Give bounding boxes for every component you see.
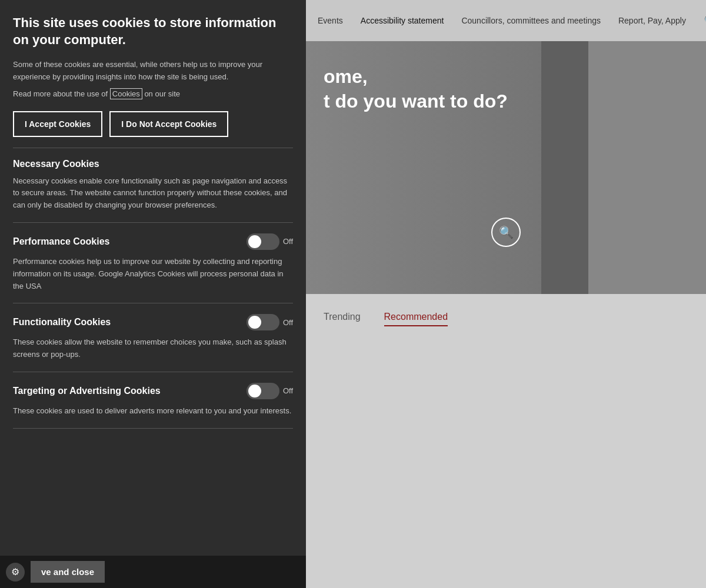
tab-trending[interactable]: Trending — [324, 312, 361, 326]
cookie-buttons: I Accept Cookies I Do Not Accept Cookies — [13, 111, 293, 137]
performance-toggle[interactable]: Off — [247, 233, 293, 250]
necessary-cookies-desc: Necessary cookies enable core functional… — [13, 175, 293, 212]
site-header: Events Accessibility statement Councillo… — [306, 0, 706, 41]
search-icon[interactable]: 🔍 — [704, 14, 706, 27]
divider-1 — [13, 148, 293, 148]
performance-toggle-track — [247, 233, 279, 250]
divider-3 — [13, 303, 293, 303]
nav-councillors[interactable]: Councillors, committees and meetings — [461, 16, 601, 25]
functionality-cookies-title: Functionality Cookies — [13, 317, 111, 328]
hero-area: ome, t do you want to do? 🔍 — [306, 41, 706, 294]
performance-cookies-title: Performance Cookies — [13, 236, 110, 247]
targeting-cookies-desc: These cookies are used to deliver advert… — [13, 405, 293, 417]
hero-search-icon[interactable]: 🔍 — [491, 218, 521, 247]
divider-5 — [13, 428, 293, 429]
cookie-title: This site uses cookies to store informat… — [13, 15, 293, 48]
performance-toggle-label: Off — [283, 237, 293, 246]
hero-text: ome, t do you want to do? — [324, 65, 688, 113]
targeting-toggle-track — [247, 383, 279, 399]
content-tabs: Trending Recommended — [324, 312, 688, 326]
necessary-cookies-title: Necessary Cookies — [13, 159, 293, 169]
targeting-toggle[interactable]: Off — [247, 383, 293, 399]
functionality-toggle-thumb — [248, 316, 261, 329]
hero-search[interactable]: 🔍 — [491, 218, 521, 247]
targeting-toggle-thumb — [248, 385, 261, 397]
functionality-toggle[interactable]: Off — [247, 314, 293, 330]
reject-cookies-button[interactable]: I Do Not Accept Cookies — [109, 111, 228, 137]
nav-accessibility[interactable]: Accessibility statement — [361, 16, 444, 25]
functionality-cookies-desc: These cookies allow the website to remem… — [13, 336, 293, 361]
bottom-content: Trending Recommended — [306, 294, 706, 588]
gear-icon[interactable]: ⚙ — [6, 563, 25, 582]
performance-toggle-thumb — [248, 235, 261, 248]
nav-events[interactable]: Events — [318, 16, 343, 25]
targeting-cookies-section: Targeting or Advertising Cookies Off The… — [13, 383, 293, 417]
targeting-toggle-row: Targeting or Advertising Cookies Off — [13, 383, 293, 399]
cookie-read-more: Read more about the use of Cookies on ou… — [13, 88, 293, 101]
targeting-toggle-label: Off — [283, 386, 293, 395]
cookie-footer: ⚙ ve and close — [0, 556, 306, 588]
functionality-cookies-section: Functionality Cookies Off These cookies … — [13, 314, 293, 361]
functionality-toggle-label: Off — [283, 318, 293, 327]
performance-cookies-desc: Performance cookies help us to improve o… — [13, 256, 293, 292]
targeting-cookies-title: Targeting or Advertising Cookies — [13, 386, 161, 396]
cookie-panel: This site uses cookies to store informat… — [0, 0, 306, 588]
performance-toggle-row: Performance Cookies Off — [13, 233, 293, 250]
save-close-button[interactable]: ve and close — [31, 561, 105, 583]
performance-cookies-section: Performance Cookies Off Performance cook… — [13, 233, 293, 292]
nav-report[interactable]: Report, Pay, Apply — [618, 16, 686, 25]
divider-2 — [13, 222, 293, 223]
necessary-cookies-section: Necessary Cookies Necessary cookies enab… — [13, 159, 293, 212]
cookie-content-scroll[interactable]: This site uses cookies to store informat… — [0, 0, 306, 588]
functionality-toggle-row: Functionality Cookies Off — [13, 314, 293, 330]
functionality-toggle-track — [247, 314, 279, 330]
divider-4 — [13, 372, 293, 372]
cookie-description: Some of these cookies are essential, whi… — [13, 59, 293, 83]
footer-spacer — [13, 439, 293, 475]
cookies-link[interactable]: Cookies — [110, 88, 142, 99]
tab-recommended[interactable]: Recommended — [384, 312, 448, 326]
accept-cookies-button[interactable]: I Accept Cookies — [13, 111, 102, 137]
